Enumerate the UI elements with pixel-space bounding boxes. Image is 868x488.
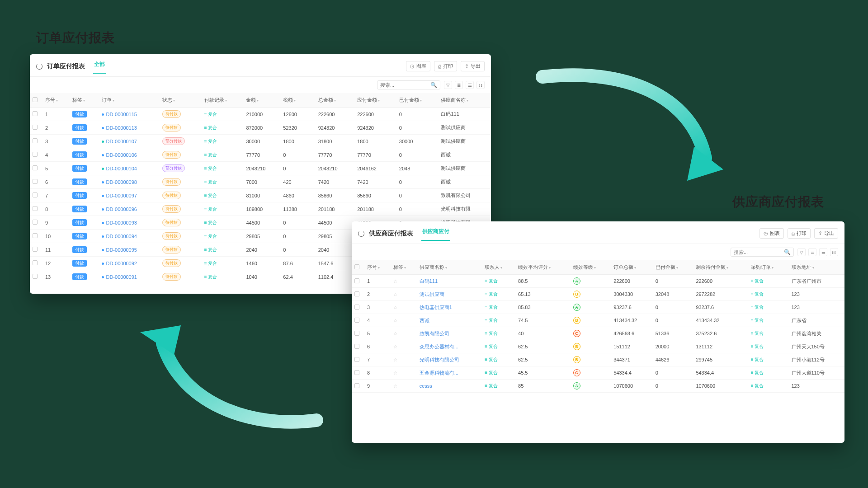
column-header[interactable]: 联系人▾ bbox=[482, 260, 515, 275]
column-header[interactable]: 已付金额▾ bbox=[396, 93, 439, 108]
search-input[interactable] bbox=[380, 82, 430, 88]
search-input-wrap[interactable]: 🔍 bbox=[377, 80, 440, 89]
column-header[interactable]: 供应商名称▾ bbox=[417, 260, 482, 275]
payment-records-link[interactable]: 复合 bbox=[204, 220, 217, 225]
purchase-orders-link[interactable]: 复合 bbox=[751, 331, 764, 336]
row-checkbox[interactable] bbox=[33, 125, 38, 130]
table-row[interactable]: 6付款DD-00000098待付款复合7000420742074200西诚 bbox=[30, 175, 491, 189]
table-row[interactable]: 8付款DD-00000096待付款复合189800113882011882011… bbox=[30, 202, 491, 216]
column-header[interactable]: 已付金额▾ bbox=[653, 260, 693, 275]
cell-order[interactable]: DD-00000095 bbox=[99, 243, 160, 257]
column-header[interactable]: 税额▾ bbox=[280, 93, 315, 108]
pay-button[interactable]: 付款 bbox=[72, 246, 87, 253]
pay-button[interactable]: 付款 bbox=[72, 206, 87, 212]
table-row[interactable]: 3付款DD-00000107部分付款复合30000180031800180030… bbox=[30, 135, 491, 148]
chart-button[interactable]: ◷图表 bbox=[760, 228, 784, 239]
column-header[interactable]: 绩效平均评分▾ bbox=[515, 260, 570, 275]
pay-button[interactable]: 付款 bbox=[72, 178, 87, 185]
row-checkbox[interactable] bbox=[33, 233, 38, 238]
cell-order[interactable]: DD-00000098 bbox=[99, 175, 160, 189]
pay-button[interactable]: 付款 bbox=[72, 124, 87, 131]
print-button[interactable]: ⎙打印 bbox=[434, 61, 457, 71]
cell-supplier-name[interactable]: 五金源科物流有... bbox=[417, 366, 482, 380]
column-header[interactable]: 付款记录▾ bbox=[202, 93, 244, 108]
cell-order[interactable]: DD-00000093 bbox=[99, 216, 160, 230]
star-icon[interactable]: ☆ bbox=[393, 279, 397, 284]
stats-icon[interactable]: ⫾⫾ bbox=[830, 248, 838, 256]
star-icon[interactable]: ☆ bbox=[393, 357, 397, 362]
column-header[interactable]: 绩效等级▾ bbox=[571, 260, 611, 275]
table-row[interactable]: 1付款DD-00000115待付款复合210000126002226002226… bbox=[30, 108, 491, 121]
column-header[interactable]: 总金额▾ bbox=[316, 93, 354, 108]
row-checkbox[interactable] bbox=[33, 165, 38, 170]
purchase-orders-link[interactable]: 复合 bbox=[751, 278, 764, 283]
row-checkbox[interactable] bbox=[354, 318, 359, 323]
cell-supplier-name[interactable]: 测试供应商 bbox=[417, 288, 482, 301]
row-checkbox[interactable] bbox=[33, 274, 38, 279]
filter-icon[interactable]: ▽ bbox=[797, 248, 806, 256]
checkbox-all[interactable] bbox=[33, 97, 38, 102]
purchase-orders-link[interactable]: 复合 bbox=[751, 357, 764, 362]
payment-records-link[interactable]: 复合 bbox=[204, 152, 217, 157]
search-input-wrap[interactable]: 🔍 bbox=[731, 248, 794, 257]
contact-link[interactable]: 复合 bbox=[485, 370, 498, 375]
refresh-icon[interactable] bbox=[36, 63, 42, 70]
star-icon[interactable]: ☆ bbox=[393, 331, 397, 336]
payment-records-link[interactable]: 复合 bbox=[204, 125, 217, 130]
row-checkbox[interactable] bbox=[354, 278, 359, 283]
column-header[interactable]: 采购订单▾ bbox=[748, 260, 789, 275]
purchase-orders-link[interactable]: 复合 bbox=[751, 318, 764, 323]
cell-supplier-name[interactable]: 众思办公器材有... bbox=[417, 340, 482, 353]
payment-records-link[interactable]: 复合 bbox=[204, 139, 217, 144]
tab-all[interactable]: 全部 bbox=[93, 59, 106, 74]
row-checkbox[interactable] bbox=[354, 291, 359, 296]
row-checkbox[interactable] bbox=[33, 247, 38, 252]
row-checkbox[interactable] bbox=[33, 179, 38, 184]
print-button[interactable]: ⎙打印 bbox=[788, 228, 811, 239]
cell-order[interactable]: DD-00000104 bbox=[99, 162, 160, 175]
purchase-orders-link[interactable]: 复合 bbox=[751, 370, 764, 375]
star-icon[interactable]: ☆ bbox=[393, 371, 397, 375]
payment-records-link[interactable]: 复合 bbox=[204, 247, 217, 252]
columns-icon[interactable]: ≣ bbox=[808, 248, 816, 256]
table-row[interactable]: 7☆光明科技有限公司复合62.5B34437144626299745复合广州小港… bbox=[352, 353, 844, 366]
search-icon[interactable]: 🔍 bbox=[430, 82, 437, 88]
purchase-orders-link[interactable]: 复合 bbox=[751, 305, 764, 310]
contact-link[interactable]: 复合 bbox=[485, 357, 498, 362]
cell-order[interactable]: DD-00000113 bbox=[99, 121, 160, 135]
column-header[interactable]: 订单▾ bbox=[99, 93, 160, 108]
table-row[interactable]: 4☆西诚复合74.5B413434.320413434.32复合广东省 bbox=[352, 314, 844, 327]
column-header[interactable]: 供应商名称▾ bbox=[438, 93, 491, 108]
cell-order[interactable]: DD-00000106 bbox=[99, 148, 160, 162]
payment-records-link[interactable]: 复合 bbox=[204, 166, 217, 171]
row-checkbox[interactable] bbox=[354, 370, 359, 375]
row-checkbox[interactable] bbox=[33, 192, 38, 197]
row-checkbox[interactable] bbox=[354, 357, 359, 362]
row-checkbox[interactable] bbox=[33, 206, 38, 211]
star-icon[interactable]: ☆ bbox=[393, 305, 397, 310]
column-header[interactable]: 剩余待付金额▾ bbox=[693, 260, 748, 275]
cell-supplier-name[interactable]: 致凯有限公司 bbox=[417, 327, 482, 340]
search-icon[interactable]: 🔍 bbox=[784, 249, 791, 255]
star-icon[interactable]: ☆ bbox=[393, 344, 397, 349]
contact-link[interactable]: 复合 bbox=[485, 383, 498, 388]
table-row[interactable]: 2付款DD-00000113待付款复合872000523209243209243… bbox=[30, 121, 491, 135]
pay-button[interactable]: 付款 bbox=[72, 165, 87, 172]
star-icon[interactable]: ☆ bbox=[393, 384, 397, 389]
pay-button[interactable]: 付款 bbox=[72, 192, 87, 199]
cell-order[interactable]: DD-00000097 bbox=[99, 189, 160, 202]
refresh-icon[interactable] bbox=[358, 230, 364, 237]
cell-order[interactable]: DD-00000092 bbox=[99, 257, 160, 270]
payment-records-link[interactable]: 复合 bbox=[204, 206, 217, 211]
cell-order[interactable]: DD-00000096 bbox=[99, 202, 160, 216]
table-row[interactable]: 4付款DD-00000106待付款复合77770077770777700西诚 bbox=[30, 148, 491, 162]
column-header[interactable]: 订单总额▾ bbox=[611, 260, 653, 275]
table-row[interactable]: 8☆五金源科物流有...复合45.5C54334.4054334.4复合广州大道… bbox=[352, 366, 844, 380]
star-icon[interactable]: ☆ bbox=[393, 292, 397, 297]
columns-icon[interactable]: ≣ bbox=[455, 81, 463, 89]
cell-order[interactable]: DD-00000115 bbox=[99, 108, 160, 121]
contact-link[interactable]: 复合 bbox=[485, 318, 498, 323]
column-header[interactable]: 金额▾ bbox=[243, 93, 280, 108]
row-checkbox[interactable] bbox=[354, 344, 359, 349]
purchase-orders-link[interactable]: 复合 bbox=[751, 383, 764, 388]
